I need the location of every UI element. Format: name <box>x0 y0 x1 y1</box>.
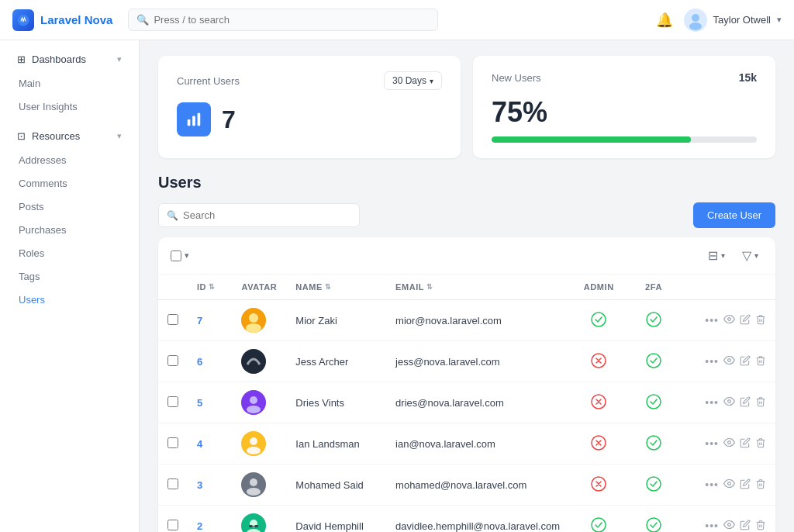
filter-button[interactable]: ▽ ▾ <box>737 245 763 266</box>
row-email: dries@nova.laravel.com <box>395 397 504 409</box>
more-options-icon[interactable]: ••• <box>705 314 719 326</box>
row-name-cell: Dries Vints <box>286 382 386 423</box>
row-id[interactable]: 5 <box>197 397 202 409</box>
sidebar-item-resources[interactable]: ⊡ Resources ▾ <box>5 124 134 148</box>
row-avatar-cell <box>232 382 286 423</box>
edit-icon[interactable] <box>740 478 751 492</box>
admin-status-icon <box>591 400 606 412</box>
search-input[interactable] <box>154 9 430 30</box>
more-options-icon[interactable]: ••• <box>705 520 719 532</box>
users-section-title: Users <box>158 174 775 192</box>
row-id[interactable]: 2 <box>197 520 202 532</box>
delete-icon[interactable] <box>755 437 766 451</box>
more-options-icon[interactable]: ••• <box>705 355 719 368</box>
more-options-icon[interactable]: ••• <box>705 396 719 409</box>
users-search-wrap: 🔍 <box>158 203 360 227</box>
users-section: Users 🔍 Create User ▾ <box>158 174 775 532</box>
sidebar-item-addresses[interactable]: Addresses <box>6 149 134 171</box>
svg-point-25 <box>247 447 261 454</box>
edit-icon[interactable] <box>740 520 751 533</box>
row-avatar <box>241 472 266 497</box>
row-2fa-cell <box>628 382 678 423</box>
name-sort-icon: ⇅ <box>325 283 332 291</box>
new-users-percent: 75% <box>492 96 757 129</box>
row-id[interactable]: 4 <box>197 438 202 450</box>
dashboards-icon: ⊞ <box>17 54 26 65</box>
table-row: 3 Mohamed Said mohamed@nova.laravel.com … <box>158 465 775 506</box>
sidebar-item-roles[interactable]: Roles <box>6 242 134 264</box>
table-body: 7 Mior Zaki mior@nova.laravel.com ••• <box>158 300 775 533</box>
row-actions-cell: ••• <box>679 465 775 506</box>
user-menu[interactable]: Taylor Otwell ▾ <box>684 9 782 32</box>
edit-icon[interactable] <box>740 355 751 368</box>
svg-point-22 <box>728 400 731 403</box>
row-id-cell: 4 <box>188 423 232 465</box>
svg-rect-5 <box>192 116 195 126</box>
current-users-body: 7 <box>177 102 442 136</box>
more-options-icon[interactable]: ••• <box>705 437 719 450</box>
row-2fa-cell <box>628 506 678 533</box>
users-search-input[interactable] <box>183 204 351 226</box>
chevron-down-icon: ▾ <box>777 15 782 25</box>
row-2fa-cell <box>628 341 678 382</box>
row-actions-cell: ••• <box>679 423 775 465</box>
view-icon[interactable] <box>723 354 735 368</box>
sidebar-item-comments[interactable]: Comments <box>6 172 134 195</box>
row-id-cell: 6 <box>188 341 232 382</box>
select-all-checkbox[interactable] <box>171 250 181 261</box>
delete-icon[interactable] <box>755 355 766 368</box>
svg-point-8 <box>249 313 258 323</box>
edit-icon[interactable] <box>740 396 751 409</box>
period-dropdown[interactable]: 30 Days ▾ <box>384 71 442 90</box>
row-checkbox[interactable] <box>167 437 178 448</box>
svg-point-10 <box>592 313 606 326</box>
topbar-search-area: 🔍 <box>128 9 438 31</box>
row-name: Dries Vints <box>295 397 344 409</box>
row-name-cell: Mior Zaki <box>286 300 386 341</box>
column-toggle-button[interactable]: ⊟ ▾ <box>703 245 730 266</box>
delete-icon[interactable] <box>755 314 766 327</box>
sidebar-item-main[interactable]: Main <box>6 72 134 95</box>
row-checkbox[interactable] <box>167 396 178 407</box>
row-checkbox[interactable] <box>167 314 178 325</box>
edit-icon[interactable] <box>740 437 751 451</box>
edit-icon[interactable] <box>740 314 751 327</box>
sidebar-item-purchases[interactable]: Purchases <box>6 219 134 241</box>
sidebar-item-user-insights[interactable]: User Insights <box>6 95 134 118</box>
row-id[interactable]: 6 <box>197 356 202 368</box>
row-checkbox[interactable] <box>167 520 178 530</box>
admin-status-icon <box>591 441 606 453</box>
sidebar-item-dashboards[interactable]: ⊞ Dashboards ▾ <box>5 47 134 71</box>
row-id[interactable]: 3 <box>197 479 202 491</box>
row-checkbox[interactable] <box>167 355 178 366</box>
sidebar-tags-label: Tags <box>19 271 40 282</box>
row-checkbox[interactable] <box>167 478 178 489</box>
row-avatar-cell <box>232 423 286 465</box>
row-id[interactable]: 7 <box>197 315 202 326</box>
view-icon[interactable] <box>723 313 735 327</box>
select-all-chevron-icon[interactable]: ▾ <box>185 250 189 261</box>
th-id[interactable]: ID ⇅ <box>188 275 232 300</box>
th-email[interactable]: EMAIL ⇅ <box>386 275 569 300</box>
chevron-resources-icon: ▾ <box>117 131 122 141</box>
view-icon[interactable] <box>723 396 735 409</box>
create-user-button[interactable]: Create User <box>693 202 775 228</box>
users-toolbar: 🔍 Create User <box>158 202 775 228</box>
th-name[interactable]: NAME ⇅ <box>286 275 386 300</box>
view-icon[interactable] <box>723 437 735 451</box>
delete-icon[interactable] <box>755 520 766 533</box>
view-icon[interactable] <box>723 478 735 492</box>
delete-icon[interactable] <box>755 478 766 492</box>
sidebar-item-tags[interactable]: Tags <box>6 265 134 288</box>
more-options-icon[interactable]: ••• <box>705 478 719 491</box>
sidebar-item-users[interactable]: Users <box>6 288 134 311</box>
bell-icon[interactable]: 🔔 <box>656 12 673 29</box>
sidebar-item-posts[interactable]: Posts <box>6 195 134 218</box>
row-email: mior@nova.laravel.com <box>395 315 502 326</box>
row-email: ian@nova.laravel.com <box>395 438 495 450</box>
view-icon[interactable] <box>723 519 735 532</box>
svg-point-28 <box>728 441 731 444</box>
delete-icon[interactable] <box>755 396 766 409</box>
row-name: David Hemphill <box>295 520 363 532</box>
row-name-cell: Ian Landsman <box>286 423 386 465</box>
